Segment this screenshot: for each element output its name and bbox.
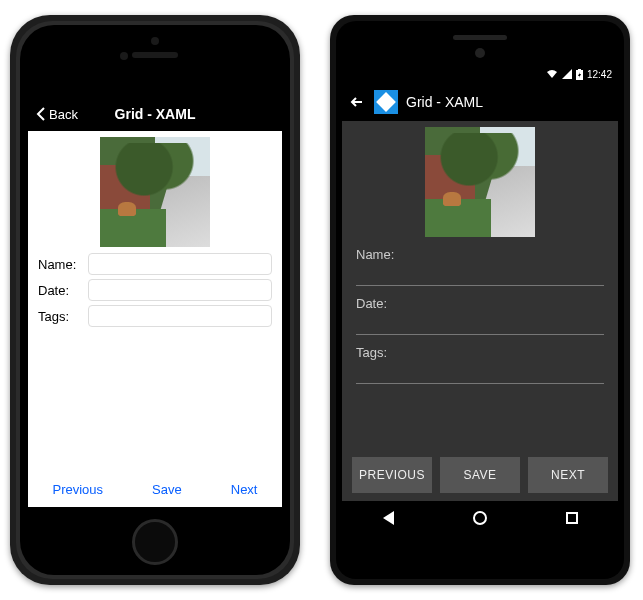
android-app-bar: Grid - XAML (342, 83, 618, 121)
ios-screen: Back Grid - XAML Name: Date: (28, 83, 282, 507)
name-label: Name: (356, 247, 604, 262)
back-button[interactable]: Back (36, 107, 78, 122)
name-label: Name: (38, 257, 82, 272)
page-title: Grid - XAML (406, 94, 483, 110)
tags-field[interactable] (88, 305, 272, 327)
home-button[interactable] (132, 519, 178, 565)
android-screen: 12:42 Grid - XAML Name: (342, 65, 618, 535)
previous-button[interactable]: Previous (53, 482, 104, 497)
date-field[interactable] (88, 279, 272, 301)
name-field[interactable] (88, 253, 272, 275)
photo-preview (425, 127, 535, 237)
name-field[interactable] (356, 264, 604, 286)
tags-label: Tags: (38, 309, 82, 324)
android-nav-bar (342, 501, 618, 535)
battery-icon (576, 69, 583, 80)
status-time: 12:42 (587, 69, 612, 80)
next-button[interactable]: Next (231, 482, 258, 497)
tags-field[interactable] (356, 362, 604, 384)
previous-button[interactable]: PREVIOUS (352, 457, 432, 493)
iphone-device: Back Grid - XAML Name: Date: (10, 15, 300, 585)
app-logo-icon (374, 90, 398, 114)
save-button[interactable]: SAVE (440, 457, 520, 493)
android-status-bar: 12:42 (342, 65, 618, 83)
back-label: Back (49, 107, 78, 122)
chevron-left-icon (36, 107, 46, 121)
back-button[interactable] (348, 93, 366, 111)
date-label: Date: (38, 283, 82, 298)
ios-status-bar (28, 83, 282, 97)
nav-home-button[interactable] (470, 508, 490, 528)
nav-recent-button[interactable] (562, 508, 582, 528)
android-device: 12:42 Grid - XAML Name: (330, 15, 630, 585)
wifi-icon (546, 69, 558, 79)
save-button[interactable]: Save (152, 482, 182, 497)
signal-icon (562, 69, 572, 79)
nav-back-button[interactable] (378, 508, 398, 528)
date-field[interactable] (356, 313, 604, 335)
tags-label: Tags: (356, 345, 604, 360)
photo-preview (100, 137, 210, 247)
next-button[interactable]: NEXT (528, 457, 608, 493)
date-label: Date: (356, 296, 604, 311)
svg-rect-1 (578, 69, 581, 70)
ios-nav-bar: Back Grid - XAML (28, 97, 282, 131)
